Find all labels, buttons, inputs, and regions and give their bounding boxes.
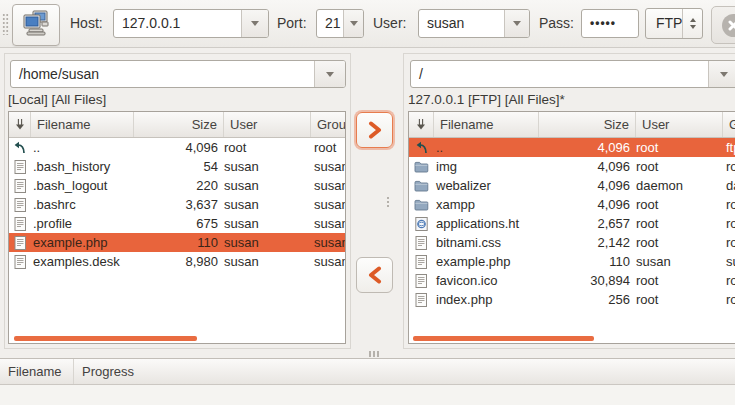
file-size: 4,096 — [539, 195, 636, 214]
file-row[interactable]: .profile675susansusan — [9, 214, 345, 233]
password-dots: ••••• — [590, 10, 616, 37]
remote-file-panel: Filename Size User Group ..4,096rootftpi… — [408, 111, 735, 344]
file-user: root — [636, 290, 723, 309]
column-header-user[interactable]: User — [636, 112, 723, 137]
sort-column-header[interactable] — [409, 112, 434, 137]
file-user: daemon — [636, 176, 723, 195]
file-row[interactable]: .bash_history54susansusan — [9, 157, 345, 176]
file-group: ftp — [723, 138, 735, 157]
column-header-user[interactable]: User — [224, 112, 311, 137]
file-row[interactable]: index.php256rootroot — [409, 290, 735, 309]
spin-up-icon — [690, 18, 696, 22]
file-row[interactable]: ..4,096rootroot — [9, 138, 345, 157]
file-icon — [9, 233, 31, 252]
local-path-combo[interactable]: /home/susan — [10, 60, 346, 88]
transfer-to-remote-button[interactable] — [356, 112, 393, 148]
remote-path-value[interactable]: / — [419, 61, 423, 88]
queue-column-filename[interactable]: Filename — [0, 359, 74, 384]
horizontal-pane-grip[interactable] — [369, 351, 371, 357]
file-size: 8,980 — [134, 252, 224, 271]
file-user: susan — [224, 214, 311, 233]
file-group: daemon — [723, 176, 735, 195]
connect-button[interactable] — [12, 4, 60, 46]
file-group: susan — [311, 252, 345, 271]
remote-horizontal-scrollbar[interactable] — [413, 336, 594, 341]
local-path-value[interactable]: /home/susan — [19, 61, 99, 88]
host-dropdown-button[interactable] — [241, 10, 268, 37]
file-group: root — [723, 233, 735, 252]
column-header-group[interactable]: Group — [311, 112, 346, 137]
file-user: root — [636, 138, 723, 157]
user-dropdown-button[interactable] — [504, 10, 529, 37]
queue-column-progress[interactable]: Progress — [74, 359, 735, 384]
file-row[interactable]: webalizer4,096daemondaemon — [409, 176, 735, 195]
remote-file-list: ..4,096rootftpimg4,096rootrootwebalizer4… — [409, 138, 735, 343]
host-label: Host: — [70, 0, 103, 48]
file-row[interactable]: favicon.ico30,894rootroot — [409, 271, 735, 290]
file-size: 54 — [134, 157, 224, 176]
file-row[interactable]: applications.ht2,657rootroot — [409, 214, 735, 233]
remote-path-combo[interactable]: / — [410, 60, 735, 88]
file-size: 675 — [134, 214, 224, 233]
user-combo[interactable]: susan — [418, 9, 530, 38]
file-size: 2,142 — [539, 233, 636, 252]
chevron-down-icon — [513, 21, 521, 26]
pass-label: Pass: — [539, 0, 574, 48]
port-combo[interactable]: 21 — [316, 9, 364, 38]
file-name: favicon.ico — [434, 271, 539, 290]
file-user: root — [636, 233, 723, 252]
file-row[interactable]: example.php110susansusan — [9, 233, 345, 252]
folder-icon — [409, 195, 434, 214]
file-row[interactable]: xampp4,096rootroot — [409, 195, 735, 214]
file-size: 4,096 — [134, 138, 224, 157]
stop-button[interactable] — [711, 6, 735, 44]
vertical-pane-grip[interactable] — [387, 197, 389, 199]
column-header-size[interactable]: Size — [539, 112, 636, 137]
port-dropdown-button[interactable] — [343, 10, 363, 37]
file-name: .. — [434, 138, 539, 157]
file-group: susan — [311, 233, 345, 252]
file-user: root — [224, 138, 311, 157]
parent-dir-icon — [409, 138, 434, 157]
file-group: susan — [723, 252, 735, 271]
user-label: User: — [373, 0, 406, 48]
column-header-filename[interactable]: Filename — [31, 112, 134, 137]
file-name: index.php — [434, 290, 539, 309]
file-row[interactable]: .bash_logout220susansusan — [9, 176, 345, 195]
sort-column-header[interactable] — [9, 112, 31, 137]
file-size: 30,894 — [539, 271, 636, 290]
remote-path-dropdown-button[interactable] — [708, 61, 735, 87]
port-label: Port: — [277, 0, 307, 48]
host-combo[interactable]: 127.0.0.1 — [113, 9, 269, 38]
protocol-spinner[interactable]: FTP — [645, 8, 703, 39]
column-header-filename[interactable]: Filename — [434, 112, 539, 137]
file-row[interactable]: img4,096rootroot — [409, 157, 735, 176]
file-row[interactable]: bitnami.css2,142rootroot — [409, 233, 735, 252]
file-icon — [409, 271, 434, 290]
toolbar-grip[interactable] — [2, 13, 9, 35]
file-row[interactable]: examples.desk8,980susansusan — [9, 252, 345, 271]
column-header-size[interactable]: Size — [134, 112, 224, 137]
file-row[interactable]: .bashrc3,637susansusan — [9, 195, 345, 214]
password-field[interactable]: ••••• — [581, 9, 639, 38]
port-value[interactable]: 21 — [325, 10, 341, 37]
remote-list-header: Filename Size User Group — [409, 112, 735, 138]
local-horizontal-scrollbar[interactable] — [14, 336, 197, 341]
local-path-dropdown-button[interactable] — [314, 61, 345, 87]
file-size: 2,657 — [539, 214, 636, 233]
file-user: root — [636, 195, 723, 214]
column-header-group[interactable]: Group — [723, 112, 735, 137]
file-name: examples.desk — [31, 252, 134, 271]
local-file-list: ..4,096rootroot.bash_history54susansusan… — [9, 138, 345, 343]
host-value[interactable]: 127.0.0.1 — [122, 10, 180, 37]
file-row[interactable]: ..4,096rootftp — [409, 138, 735, 157]
file-user: root — [636, 157, 723, 176]
remote-status-label: 127.0.0.1 [FTP] [All Files]* — [408, 92, 565, 107]
file-name: applications.ht — [434, 214, 539, 233]
transfer-to-local-button[interactable] — [356, 257, 393, 293]
file-icon — [9, 176, 31, 195]
file-row[interactable]: example.php110susansusan — [409, 252, 735, 271]
file-group: root — [723, 157, 735, 176]
protocol-spin-buttons[interactable] — [682, 9, 702, 38]
user-value[interactable]: susan — [427, 10, 464, 37]
